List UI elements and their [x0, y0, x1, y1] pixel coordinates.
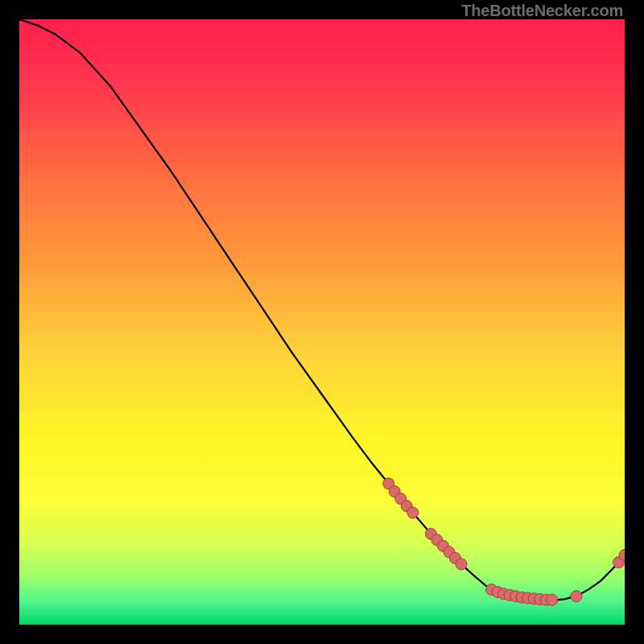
- gradient-background: [19, 19, 625, 625]
- chart-svg: [19, 19, 625, 625]
- data-point: [547, 594, 558, 605]
- chart-canvas: TheBottleNecker.com: [0, 0, 644, 644]
- data-point: [456, 559, 467, 570]
- plot-area: [19, 19, 625, 625]
- attribution-label: TheBottleNecker.com: [461, 2, 623, 20]
- data-point: [407, 507, 419, 518]
- data-point: [571, 591, 582, 602]
